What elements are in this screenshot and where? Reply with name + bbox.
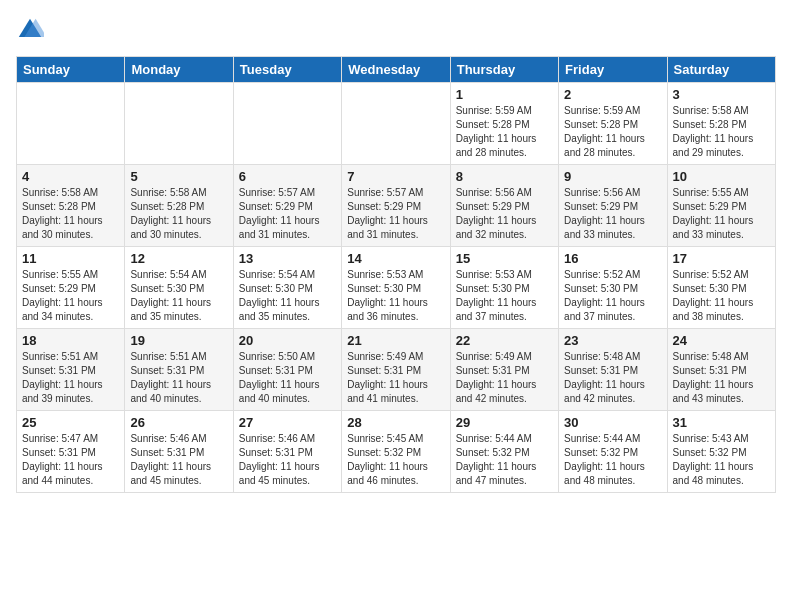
day-number: 12 xyxy=(130,251,227,266)
calendar-cell: 24Sunrise: 5:48 AM Sunset: 5:31 PM Dayli… xyxy=(667,329,775,411)
day-detail: Sunrise: 5:43 AM Sunset: 5:32 PM Dayligh… xyxy=(673,432,770,488)
page-header xyxy=(16,16,776,44)
day-number: 8 xyxy=(456,169,553,184)
day-number: 20 xyxy=(239,333,336,348)
day-number: 25 xyxy=(22,415,119,430)
calendar-cell: 7Sunrise: 5:57 AM Sunset: 5:29 PM Daylig… xyxy=(342,165,450,247)
calendar-cell: 19Sunrise: 5:51 AM Sunset: 5:31 PM Dayli… xyxy=(125,329,233,411)
day-detail: Sunrise: 5:51 AM Sunset: 5:31 PM Dayligh… xyxy=(130,350,227,406)
day-detail: Sunrise: 5:45 AM Sunset: 5:32 PM Dayligh… xyxy=(347,432,444,488)
day-number: 19 xyxy=(130,333,227,348)
day-number: 29 xyxy=(456,415,553,430)
calendar-cell: 2Sunrise: 5:59 AM Sunset: 5:28 PM Daylig… xyxy=(559,83,667,165)
day-number: 10 xyxy=(673,169,770,184)
day-detail: Sunrise: 5:48 AM Sunset: 5:31 PM Dayligh… xyxy=(673,350,770,406)
day-number: 4 xyxy=(22,169,119,184)
calendar-cell xyxy=(342,83,450,165)
logo xyxy=(16,16,48,44)
day-number: 13 xyxy=(239,251,336,266)
calendar-cell: 6Sunrise: 5:57 AM Sunset: 5:29 PM Daylig… xyxy=(233,165,341,247)
day-number: 6 xyxy=(239,169,336,184)
calendar-cell: 26Sunrise: 5:46 AM Sunset: 5:31 PM Dayli… xyxy=(125,411,233,493)
calendar-cell: 13Sunrise: 5:54 AM Sunset: 5:30 PM Dayli… xyxy=(233,247,341,329)
day-number: 9 xyxy=(564,169,661,184)
calendar-cell: 27Sunrise: 5:46 AM Sunset: 5:31 PM Dayli… xyxy=(233,411,341,493)
calendar-week-3: 11Sunrise: 5:55 AM Sunset: 5:29 PM Dayli… xyxy=(17,247,776,329)
day-detail: Sunrise: 5:48 AM Sunset: 5:31 PM Dayligh… xyxy=(564,350,661,406)
day-detail: Sunrise: 5:58 AM Sunset: 5:28 PM Dayligh… xyxy=(130,186,227,242)
day-detail: Sunrise: 5:59 AM Sunset: 5:28 PM Dayligh… xyxy=(456,104,553,160)
calendar-cell: 5Sunrise: 5:58 AM Sunset: 5:28 PM Daylig… xyxy=(125,165,233,247)
day-number: 27 xyxy=(239,415,336,430)
calendar-cell: 1Sunrise: 5:59 AM Sunset: 5:28 PM Daylig… xyxy=(450,83,558,165)
calendar-cell: 31Sunrise: 5:43 AM Sunset: 5:32 PM Dayli… xyxy=(667,411,775,493)
day-detail: Sunrise: 5:46 AM Sunset: 5:31 PM Dayligh… xyxy=(130,432,227,488)
day-detail: Sunrise: 5:54 AM Sunset: 5:30 PM Dayligh… xyxy=(239,268,336,324)
calendar-cell: 18Sunrise: 5:51 AM Sunset: 5:31 PM Dayli… xyxy=(17,329,125,411)
day-detail: Sunrise: 5:59 AM Sunset: 5:28 PM Dayligh… xyxy=(564,104,661,160)
day-detail: Sunrise: 5:53 AM Sunset: 5:30 PM Dayligh… xyxy=(456,268,553,324)
calendar-cell: 10Sunrise: 5:55 AM Sunset: 5:29 PM Dayli… xyxy=(667,165,775,247)
day-number: 23 xyxy=(564,333,661,348)
day-number: 2 xyxy=(564,87,661,102)
calendar-cell: 28Sunrise: 5:45 AM Sunset: 5:32 PM Dayli… xyxy=(342,411,450,493)
day-detail: Sunrise: 5:57 AM Sunset: 5:29 PM Dayligh… xyxy=(239,186,336,242)
day-detail: Sunrise: 5:44 AM Sunset: 5:32 PM Dayligh… xyxy=(564,432,661,488)
day-detail: Sunrise: 5:49 AM Sunset: 5:31 PM Dayligh… xyxy=(347,350,444,406)
calendar-cell: 20Sunrise: 5:50 AM Sunset: 5:31 PM Dayli… xyxy=(233,329,341,411)
calendar-week-5: 25Sunrise: 5:47 AM Sunset: 5:31 PM Dayli… xyxy=(17,411,776,493)
day-detail: Sunrise: 5:55 AM Sunset: 5:29 PM Dayligh… xyxy=(673,186,770,242)
calendar-cell: 17Sunrise: 5:52 AM Sunset: 5:30 PM Dayli… xyxy=(667,247,775,329)
day-number: 31 xyxy=(673,415,770,430)
calendar-cell: 25Sunrise: 5:47 AM Sunset: 5:31 PM Dayli… xyxy=(17,411,125,493)
calendar-week-1: 1Sunrise: 5:59 AM Sunset: 5:28 PM Daylig… xyxy=(17,83,776,165)
weekday-monday: Monday xyxy=(125,57,233,83)
day-detail: Sunrise: 5:55 AM Sunset: 5:29 PM Dayligh… xyxy=(22,268,119,324)
calendar-week-2: 4Sunrise: 5:58 AM Sunset: 5:28 PM Daylig… xyxy=(17,165,776,247)
day-detail: Sunrise: 5:57 AM Sunset: 5:29 PM Dayligh… xyxy=(347,186,444,242)
day-detail: Sunrise: 5:51 AM Sunset: 5:31 PM Dayligh… xyxy=(22,350,119,406)
day-detail: Sunrise: 5:52 AM Sunset: 5:30 PM Dayligh… xyxy=(564,268,661,324)
calendar-cell: 16Sunrise: 5:52 AM Sunset: 5:30 PM Dayli… xyxy=(559,247,667,329)
weekday-header-row: SundayMondayTuesdayWednesdayThursdayFrid… xyxy=(17,57,776,83)
weekday-friday: Friday xyxy=(559,57,667,83)
day-number: 24 xyxy=(673,333,770,348)
day-detail: Sunrise: 5:52 AM Sunset: 5:30 PM Dayligh… xyxy=(673,268,770,324)
calendar-table: SundayMondayTuesdayWednesdayThursdayFrid… xyxy=(16,56,776,493)
weekday-saturday: Saturday xyxy=(667,57,775,83)
day-detail: Sunrise: 5:50 AM Sunset: 5:31 PM Dayligh… xyxy=(239,350,336,406)
day-number: 17 xyxy=(673,251,770,266)
day-detail: Sunrise: 5:46 AM Sunset: 5:31 PM Dayligh… xyxy=(239,432,336,488)
day-number: 30 xyxy=(564,415,661,430)
weekday-sunday: Sunday xyxy=(17,57,125,83)
day-detail: Sunrise: 5:56 AM Sunset: 5:29 PM Dayligh… xyxy=(564,186,661,242)
calendar-cell: 4Sunrise: 5:58 AM Sunset: 5:28 PM Daylig… xyxy=(17,165,125,247)
calendar-body: 1Sunrise: 5:59 AM Sunset: 5:28 PM Daylig… xyxy=(17,83,776,493)
calendar-cell: 15Sunrise: 5:53 AM Sunset: 5:30 PM Dayli… xyxy=(450,247,558,329)
calendar-cell xyxy=(125,83,233,165)
day-number: 18 xyxy=(22,333,119,348)
calendar-cell: 21Sunrise: 5:49 AM Sunset: 5:31 PM Dayli… xyxy=(342,329,450,411)
day-detail: Sunrise: 5:44 AM Sunset: 5:32 PM Dayligh… xyxy=(456,432,553,488)
weekday-thursday: Thursday xyxy=(450,57,558,83)
calendar-cell: 30Sunrise: 5:44 AM Sunset: 5:32 PM Dayli… xyxy=(559,411,667,493)
day-number: 3 xyxy=(673,87,770,102)
weekday-wednesday: Wednesday xyxy=(342,57,450,83)
day-number: 16 xyxy=(564,251,661,266)
day-number: 7 xyxy=(347,169,444,184)
day-number: 11 xyxy=(22,251,119,266)
day-number: 5 xyxy=(130,169,227,184)
day-number: 28 xyxy=(347,415,444,430)
calendar-header: SundayMondayTuesdayWednesdayThursdayFrid… xyxy=(17,57,776,83)
calendar-cell: 9Sunrise: 5:56 AM Sunset: 5:29 PM Daylig… xyxy=(559,165,667,247)
day-detail: Sunrise: 5:54 AM Sunset: 5:30 PM Dayligh… xyxy=(130,268,227,324)
calendar-cell xyxy=(17,83,125,165)
day-number: 21 xyxy=(347,333,444,348)
logo-icon xyxy=(16,16,44,44)
calendar-week-4: 18Sunrise: 5:51 AM Sunset: 5:31 PM Dayli… xyxy=(17,329,776,411)
day-number: 26 xyxy=(130,415,227,430)
calendar-cell: 22Sunrise: 5:49 AM Sunset: 5:31 PM Dayli… xyxy=(450,329,558,411)
calendar-cell: 23Sunrise: 5:48 AM Sunset: 5:31 PM Dayli… xyxy=(559,329,667,411)
day-number: 14 xyxy=(347,251,444,266)
calendar-cell: 14Sunrise: 5:53 AM Sunset: 5:30 PM Dayli… xyxy=(342,247,450,329)
